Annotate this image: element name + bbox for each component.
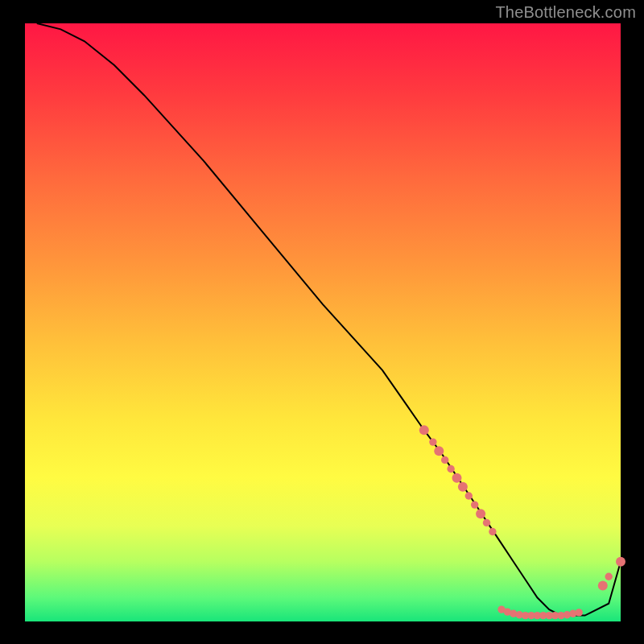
data-markers	[419, 425, 625, 619]
data-marker	[447, 465, 454, 473]
data-marker	[465, 492, 473, 499]
data-marker	[441, 456, 448, 464]
data-marker	[452, 473, 462, 483]
data-marker	[429, 438, 436, 445]
data-marker	[598, 580, 608, 590]
data-marker	[489, 528, 496, 535]
data-marker	[419, 425, 429, 435]
chart-frame: TheBottleneck.com	[0, 0, 644, 644]
data-marker	[434, 446, 444, 456]
watermark-text: TheBottleneck.com	[495, 3, 636, 22]
data-marker	[458, 482, 468, 492]
data-marker	[616, 557, 625, 567]
bottleneck-curve	[37, 23, 621, 616]
data-marker	[476, 509, 485, 518]
data-marker	[605, 573, 613, 580]
data-marker	[576, 609, 583, 616]
data-marker	[471, 501, 478, 508]
data-marker	[483, 519, 490, 526]
chart-svg	[25, 23, 621, 621]
